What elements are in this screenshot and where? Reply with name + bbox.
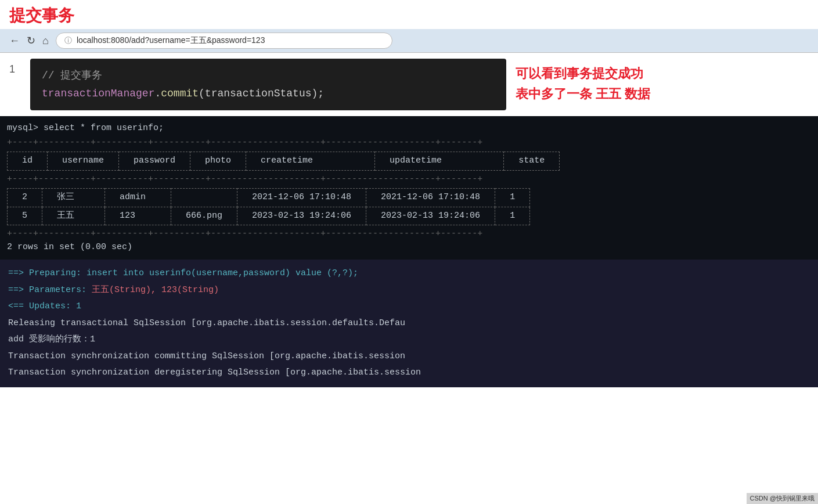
cell-password-1: admin (105, 189, 171, 207)
log-line-3: <== Updates: 1 (8, 298, 810, 315)
back-button[interactable]: ← (9, 35, 20, 47)
code-block: // 提交事务 transactionManager.commit(transa… (30, 59, 506, 110)
info-icon: ⓘ (64, 35, 72, 46)
cell-photo-1 (171, 189, 237, 207)
table-row: 5 王五 123 666.png 2023-02-13 19:24:06 202… (8, 207, 530, 225)
annotation-line2: 表中多了一条 王五 数据 (516, 84, 650, 104)
col-createtime: createtime (246, 152, 375, 171)
col-photo: photo (190, 152, 246, 171)
table-header-row: id username password photo createtime up… (8, 152, 560, 171)
log-line-6: Transaction synchronization committing S… (8, 348, 810, 365)
log-line-1: ==> Preparing: insert into userinfo(user… (8, 265, 810, 282)
mysql-terminal: mysql> select * from userinfo; +----+---… (0, 116, 818, 260)
cell-id-2: 5 (8, 207, 42, 225)
log-line-2: ==> Parameters: 王五(String), 123(String) (8, 282, 810, 299)
mysql-footer: 2 rows in set (0.00 sec) (7, 241, 811, 254)
address-bar[interactable]: ⓘ localhost:8080/add?username=王五&passwor… (56, 33, 392, 49)
code-statement: transactionManager.commit(transactionSta… (42, 85, 495, 103)
cell-id-1: 2 (8, 189, 42, 207)
page-title: 提交事务 (0, 0, 818, 29)
code-comment: // 提交事务 (42, 67, 495, 85)
col-id: id (8, 152, 48, 171)
log-section: ==> Preparing: insert into userinfo(user… (0, 260, 818, 387)
code-section: 1 // 提交事务 transactionManager.commit(tran… (0, 53, 818, 116)
cell-createtime-1: 2021-12-06 17:10:48 (237, 189, 366, 207)
cell-createtime-2: 2023-02-13 19:24:06 (237, 207, 366, 225)
home-button[interactable]: ⌂ (42, 35, 49, 47)
cell-photo-2: 666.png (171, 207, 237, 225)
csdn-badge: CSDN @快到锅里来哦 (747, 493, 818, 504)
log-line-7: Transaction synchronization deregisterin… (8, 365, 810, 381)
log-line-4: Releasing transactional SqlSession [org.… (8, 315, 810, 332)
browser-bar: ← ↻ ⌂ ⓘ localhost:8080/add?username=王五&p… (0, 29, 818, 53)
cell-state-1: 1 (495, 189, 530, 207)
col-updatetime: updatetime (375, 152, 504, 171)
cell-username-1: 张三 (42, 189, 105, 207)
annotation-line1: 可以看到事务提交成功 (516, 63, 650, 84)
cell-username-2: 王五 (42, 207, 105, 225)
cell-updatetime-2: 2023-02-13 19:24:06 (366, 207, 495, 225)
col-password: password (119, 152, 190, 171)
refresh-button[interactable]: ↻ (27, 34, 35, 47)
mysql-data-table: 2 张三 admin 2021-12-06 17:10:48 2021-12-0… (7, 188, 530, 225)
cell-updatetime-1: 2021-12-06 17:10:48 (366, 189, 495, 207)
line-number: 1 (9, 59, 21, 75)
cell-password-2: 123 (105, 207, 171, 225)
log-line-5: add 受影响的行数：1 (8, 332, 810, 348)
mysql-prompt: mysql> select * from userinfo; (7, 122, 811, 135)
col-state: state (504, 152, 560, 171)
cell-state-2: 1 (495, 207, 530, 225)
url-text: localhost:8080/add?username=王五&password=… (77, 35, 265, 46)
col-username: username (48, 152, 119, 171)
annotation: 可以看到事务提交成功 表中多了一条 王五 数据 (516, 59, 650, 104)
table-row: 2 张三 admin 2021-12-06 17:10:48 2021-12-0… (8, 189, 530, 207)
mysql-table: id username password photo createtime up… (7, 152, 560, 171)
